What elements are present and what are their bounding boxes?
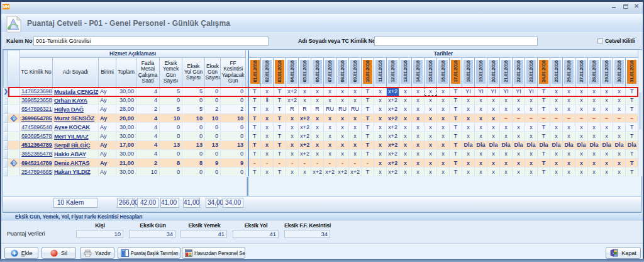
svg-text:i: i [13,115,14,121]
svg-text:i: i [13,160,14,166]
